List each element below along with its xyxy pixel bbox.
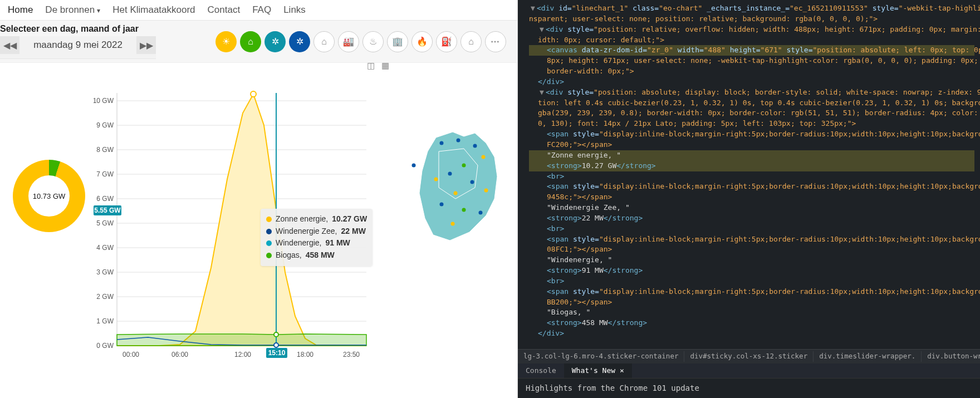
dot-icon: [266, 217, 272, 222]
close-icon[interactable]: ×: [620, 366, 624, 376]
svg-text:3 GW: 3 GW: [96, 268, 114, 276]
svg-point-25: [274, 332, 278, 337]
building-icon[interactable]: 🏢: [387, 31, 408, 52]
app-left-pane: Home De bronnen▾ Het Klimaatakkoord Cont…: [0, 0, 518, 398]
map-panel: [403, 71, 514, 392]
source-toggle-row: ☀ ⌂ ✲ ✲ ⌂ 🏭 ♨ 🏢 🔥 ⛽ ⌂ ⋯: [215, 31, 512, 52]
svg-point-47: [440, 203, 444, 207]
caret-down-icon: ▾: [97, 7, 100, 14]
sun-icon[interactable]: ☀: [215, 31, 237, 52]
nav-faq[interactable]: FAQ: [252, 4, 271, 16]
svg-text:12:00: 12:00: [234, 351, 251, 358]
svg-point-50: [451, 222, 455, 226]
wind-land-icon[interactable]: ✲: [289, 31, 310, 52]
current-date[interactable]: maandag 9 mei 2022: [19, 36, 136, 54]
devtools-breadcrumb[interactable]: lg-3.col-lg-6.mro-4.sticker-container di…: [518, 349, 980, 363]
donut-total-label: 10.73 GW: [33, 192, 66, 200]
svg-text:4 GW: 4 GW: [96, 244, 114, 252]
tooltip-row: Zonne energie, 10.27 GW: [266, 213, 367, 225]
nav-links[interactable]: Links: [283, 4, 306, 16]
svg-text:2 GW: 2 GW: [96, 293, 114, 301]
dashboard-content: ◫ ▦ 10.73 GW 0 GW 1 GW 2 GW 3 GW 4 GW 5 …: [0, 63, 517, 398]
svg-text:23:50: 23:50: [343, 351, 360, 358]
svg-text:18:00: 18:00: [297, 351, 313, 358]
date-selector-title: Selecteer een dag, maand of jaar: [0, 24, 156, 34]
tab-whats-new[interactable]: What's New×: [564, 363, 632, 379]
nav-home[interactable]: Home: [8, 4, 33, 16]
svg-text:0 GW: 0 GW: [96, 342, 114, 350]
netherlands-map[interactable]: [403, 126, 508, 249]
svg-text:10 GW: 10 GW: [94, 97, 114, 105]
svg-point-40: [482, 155, 486, 159]
svg-point-42: [448, 172, 452, 176]
flame-icon[interactable]: ♨: [362, 31, 384, 52]
prev-date-button[interactable]: ◀◀: [0, 36, 19, 54]
line-chart-panel: 0 GW 1 GW 2 GW 3 GW 4 GW 5 GW 6 GW 7 GW …: [94, 71, 403, 392]
factory-icon[interactable]: 🏭: [338, 31, 359, 52]
svg-text:7 GW: 7 GW: [96, 170, 114, 178]
svg-text:1 GW: 1 GW: [96, 317, 114, 325]
svg-text:9 GW: 9 GW: [96, 121, 114, 129]
next-date-button[interactable]: ▶▶: [136, 36, 156, 54]
fire-icon[interactable]: 🔥: [411, 31, 433, 52]
tab-console[interactable]: Console: [518, 363, 564, 379]
fuel-icon[interactable]: ⛽: [436, 31, 457, 52]
svg-point-41: [462, 164, 466, 168]
cube-icon[interactable]: ◫: [367, 61, 375, 71]
svg-text:5.55 GW: 5.55 GW: [94, 207, 121, 214]
svg-point-39: [473, 144, 477, 148]
svg-text:6 GW: 6 GW: [96, 195, 114, 203]
wind-sea-icon[interactable]: ✲: [264, 31, 286, 52]
biogas-icon[interactable]: ⌂: [240, 31, 261, 52]
tooltip-row: Windenergie Zee, 22 MW: [266, 225, 367, 238]
svg-point-46: [454, 191, 458, 195]
chart-tooltip: Zonne energie, 10.27 GW Windenergie Zee,…: [261, 209, 373, 266]
more-icon[interactable]: ⋯: [485, 31, 506, 52]
svg-point-24: [251, 91, 256, 97]
donut-panel: 10.73 GW: [4, 71, 94, 392]
donut-chart: 10.73 GW: [13, 160, 85, 232]
nav-contact[interactable]: Contact: [208, 4, 241, 16]
grid-icon[interactable]: ▦: [381, 61, 389, 71]
tooltip-row: Biogas, 458 MW: [266, 249, 367, 262]
svg-text:15:10: 15:10: [268, 349, 286, 357]
svg-text:5 GW: 5 GW: [96, 219, 114, 227]
chart-tools: ◫ ▦: [367, 61, 389, 71]
bc-item[interactable]: div.timeslider-wrapper.: [814, 351, 922, 361]
svg-point-44: [471, 180, 474, 184]
svg-point-48: [462, 208, 466, 212]
svg-point-43: [434, 178, 438, 181]
devtools-drawer-tabs: Console What's New×: [518, 363, 980, 378]
whats-new-headline: Highlights from the Chrome 101 update: [518, 378, 980, 398]
tooltip-row: Windenergie, 91 MW: [266, 237, 367, 249]
main-nav: Home De bronnen▾ Het Klimaatakkoord Cont…: [0, 0, 517, 21]
svg-text:06:00: 06:00: [171, 351, 188, 358]
nav-bronnen[interactable]: De bronnen▾: [45, 4, 100, 16]
devtools-elements-tree[interactable]: ▼<div id="linechart_1" class="eo-chart" …: [518, 0, 980, 340]
bc-item[interactable]: div.button-wrapper: [922, 351, 980, 361]
dot-icon: [266, 253, 272, 258]
svg-point-38: [457, 139, 460, 143]
svg-point-26: [274, 343, 278, 347]
bc-item[interactable]: lg-3.col-lg-6.mro-4.sticker-container: [518, 351, 684, 361]
svg-point-45: [484, 189, 488, 193]
svg-point-37: [440, 141, 444, 145]
home2-icon[interactable]: ⌂: [460, 31, 482, 52]
house-icon[interactable]: ⌂: [313, 31, 335, 52]
svg-text:8 GW: 8 GW: [96, 146, 114, 154]
bc-item[interactable]: div#sticky.col-xs-12.sticker: [684, 351, 814, 361]
svg-text:00:00: 00:00: [122, 351, 139, 358]
devtools-pane: ▼<div id="linechart_1" class="eo-chart" …: [518, 0, 980, 398]
dot-icon: [266, 240, 272, 246]
date-nav: ◀◀ maandag 9 mei 2022 ▶▶: [0, 36, 156, 59]
dot-icon: [266, 229, 272, 234]
svg-point-49: [479, 211, 483, 215]
header-row: Selecteer een dag, maand of jaar ◀◀ maan…: [0, 21, 517, 63]
nav-klimaat[interactable]: Het Klimaatakkoord: [112, 4, 195, 16]
svg-point-36: [412, 164, 416, 168]
